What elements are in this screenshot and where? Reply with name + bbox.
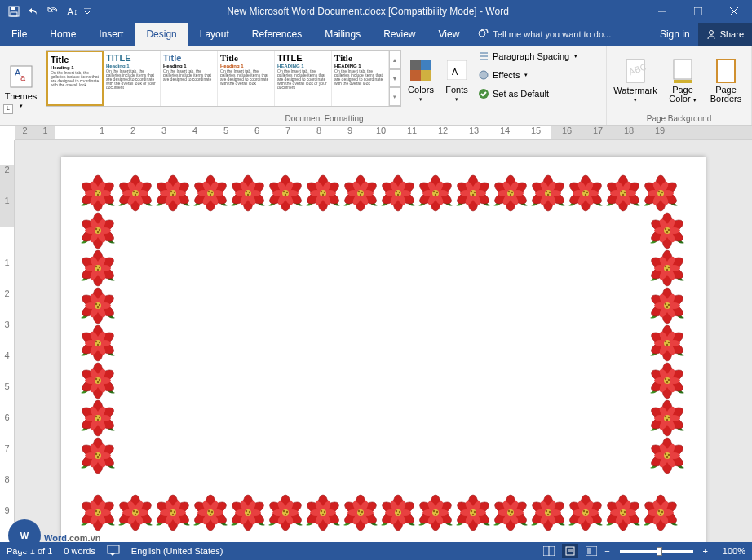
style-set-item[interactable]: TitleHEADING 1On the Insert tab, the gal…	[332, 51, 389, 106]
svg-point-466	[511, 511, 513, 513]
tab-selector[interactable]: L	[3, 104, 13, 114]
svg-point-211	[510, 194, 511, 196]
svg-point-561	[665, 228, 666, 230]
tab-mailings[interactable]: Mailings	[313, 23, 372, 46]
paragraph-spacing-button[interactable]: Paragraph Spacing▾	[478, 48, 577, 64]
window-title: New Microsoft Word Document.docx [Compat…	[91, 6, 644, 17]
svg-point-691	[666, 381, 668, 383]
style-set-item[interactable]: TitleHeading 1On the Insert tab, the gal…	[46, 51, 104, 106]
minimize-button[interactable]	[644, 0, 680, 23]
set-as-default-button[interactable]: Set as Default	[478, 86, 577, 102]
svg-point-643	[97, 344, 99, 346]
tab-insert[interactable]: Insert	[87, 23, 135, 46]
style-set-item[interactable]: TitleHeading 1On the Insert tab, the gal…	[218, 51, 275, 106]
page[interactable]	[61, 157, 706, 542]
style-set-item[interactable]: TITLEHEADING 1On the Insert tab, the gal…	[275, 51, 332, 106]
spellcheck-icon[interactable]	[107, 545, 120, 558]
zoom-thumb[interactable]	[657, 547, 662, 556]
redo-button[interactable]	[44, 2, 62, 20]
document-area[interactable]	[15, 140, 752, 542]
svg-point-98	[249, 192, 250, 193]
svg-point-609	[95, 303, 97, 305]
gallery-down[interactable]: ▼	[389, 69, 400, 88]
tab-view[interactable]: View	[427, 23, 471, 46]
sign-in-button[interactable]: Sign in	[652, 23, 698, 46]
page-background-group-label: Page Background	[610, 112, 748, 125]
fonts-icon: A	[444, 57, 470, 83]
style-set-item[interactable]: TitleHeading 1On the Insert tab, the gal…	[161, 51, 218, 106]
fonts-button[interactable]: A Fonts▾	[440, 48, 473, 112]
zoom-slider[interactable]	[620, 550, 693, 553]
print-layout-button[interactable]	[562, 544, 578, 558]
svg-point-626	[668, 304, 670, 306]
svg-point-82	[211, 192, 213, 193]
svg-point-674	[99, 379, 100, 381]
svg-point-737	[95, 453, 97, 455]
svg-point-177	[433, 191, 435, 192]
save-button[interactable]	[5, 2, 23, 20]
tab-design[interactable]: Design	[135, 23, 188, 46]
tab-layout[interactable]: Layout	[188, 23, 241, 46]
svg-point-402	[361, 511, 363, 513]
qat-item[interactable]: A↕	[64, 2, 82, 20]
svg-point-163	[397, 194, 399, 196]
web-layout-button[interactable]	[583, 544, 599, 558]
svg-point-49	[133, 191, 135, 192]
horizontal-ruler[interactable]: 21 123456789101112131415 16171819	[15, 126, 752, 140]
themes-icon: Aa	[8, 64, 34, 90]
undo-button[interactable]	[24, 2, 42, 20]
svg-point-257	[621, 191, 622, 192]
svg-point-161	[396, 191, 397, 192]
svg-point-322	[174, 511, 175, 513]
page-borders-button[interactable]: PageBorders	[705, 49, 747, 112]
tab-references[interactable]: References	[241, 23, 313, 46]
zoom-in-button[interactable]: +	[703, 546, 708, 556]
vertical-ruler[interactable]: 21123456789	[0, 140, 15, 542]
share-button[interactable]: Share	[698, 23, 752, 46]
tab-home[interactable]: Home	[38, 23, 87, 46]
svg-rect-18	[674, 80, 692, 83]
page-color-button[interactable]: PageColor ▾	[662, 49, 703, 112]
svg-point-497	[583, 510, 585, 512]
svg-point-418	[399, 511, 400, 513]
svg-point-434	[436, 511, 438, 513]
style-set-item[interactable]: TITLEHeading 1On the Insert tab, the gal…	[104, 51, 161, 106]
ribbon-tabs: File Home Insert Design Layout Reference…	[0, 23, 752, 46]
maximize-button[interactable]	[680, 0, 716, 23]
tab-review[interactable]: Review	[372, 23, 427, 46]
colors-label: Colors	[408, 85, 434, 95]
tell-me-label: Tell me what you want to do...	[493, 29, 611, 39]
colors-button[interactable]: Colors▾	[403, 48, 439, 112]
read-mode-button[interactable]	[541, 544, 557, 558]
svg-point-130	[324, 192, 325, 193]
close-button[interactable]	[716, 0, 752, 23]
watermark-button[interactable]: ABC Watermark▾	[610, 49, 661, 112]
gallery-up[interactable]: ▲	[389, 51, 400, 69]
svg-point-593	[665, 266, 666, 267]
svg-point-178	[436, 192, 438, 193]
svg-point-147	[360, 194, 361, 196]
gallery-more[interactable]: ▾	[389, 87, 400, 106]
svg-point-83	[210, 194, 211, 196]
effects-button[interactable]: Effects▾	[478, 67, 577, 83]
zoom-out-button[interactable]: −	[604, 546, 609, 556]
svg-point-323	[172, 514, 174, 515]
svg-text:A: A	[452, 67, 458, 77]
svg-point-739	[97, 456, 99, 458]
svg-point-401	[358, 510, 360, 512]
svg-point-738	[99, 454, 100, 456]
tell-me-search[interactable]: Tell me what you want to do...	[477, 23, 611, 46]
svg-point-66	[174, 192, 175, 193]
qat-customize[interactable]	[83, 2, 91, 20]
style-set-gallery[interactable]: TitleHeading 1On the Insert tab, the gal…	[46, 50, 401, 107]
svg-point-289	[95, 510, 97, 512]
tab-file[interactable]: File	[0, 23, 38, 46]
language-status[interactable]: English (United States)	[131, 546, 223, 556]
svg-point-449	[471, 510, 472, 512]
svg-point-210	[511, 192, 513, 193]
svg-point-755	[666, 456, 668, 458]
zoom-level[interactable]: 100%	[713, 546, 745, 556]
svg-point-339	[210, 514, 211, 515]
svg-point-307	[135, 514, 136, 515]
svg-point-50	[136, 192, 138, 193]
